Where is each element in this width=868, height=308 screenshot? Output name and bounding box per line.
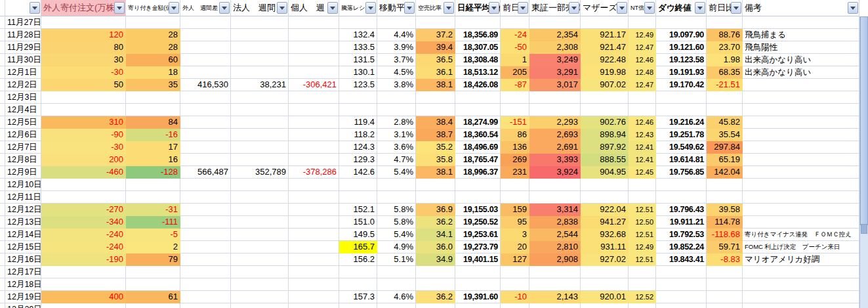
cell-notes[interactable] (743, 154, 859, 166)
cell-dow_close[interactable]: 19.123.58 (656, 54, 707, 66)
cell-nikkei[interactable] (455, 266, 501, 278)
column-header-advance_decline_ratio[interactable]: 騰落レシオ (339, 0, 377, 16)
cell-foreign_order[interactable]: -190 (41, 253, 126, 266)
cell-nikkei[interactable]: 19,253.61 (455, 229, 501, 241)
cell-nt_ratio[interactable]: 12.45 (629, 166, 656, 179)
cell-opening_amount[interactable] (126, 91, 180, 104)
cell-advance_decline_ratio[interactable]: 152.1 (339, 204, 377, 216)
column-header-nikkei_change[interactable]: 前日比 (501, 0, 529, 16)
cell-dow_close[interactable] (656, 291, 707, 303)
cell-nikkei_change[interactable]: 3 (501, 229, 529, 241)
cell-corporate_weekly[interactable] (231, 16, 289, 29)
cell-notes[interactable] (743, 166, 859, 179)
cell-corporate_weekly[interactable] (231, 253, 289, 266)
cell-rowhead[interactable] (0, 129, 5, 141)
cell-opening_amount[interactable] (126, 278, 180, 291)
cell-foreign_weekly[interactable] (180, 291, 231, 303)
cell-rowhead[interactable] (0, 66, 5, 79)
cell-short_ratio[interactable]: 38.7 (416, 129, 455, 141)
cell-advance_decline_ratio[interactable] (339, 91, 377, 104)
cell-foreign_weekly[interactable] (180, 253, 231, 266)
cell-nikkei_change[interactable]: 95 (501, 216, 529, 229)
cell-foreign_order[interactable]: -460 (41, 166, 126, 179)
cell-dow_close[interactable]: 19.614.81 (656, 154, 707, 166)
filter-dropdown-button[interactable] (731, 2, 741, 14)
cell-tse1_volume[interactable] (529, 91, 581, 104)
cell-date[interactable]: 12月15日 (5, 241, 41, 253)
cell-dow_change[interactable]: 68.35 (707, 66, 743, 79)
cell-dow_change[interactable]: 23.70 (707, 41, 743, 54)
cell-dow_close[interactable] (656, 191, 707, 204)
cell-advance_decline_ratio[interactable]: 123.5 (339, 79, 377, 91)
cell-dow_change[interactable] (707, 104, 743, 116)
cell-notes[interactable]: 出来高かなり高い (743, 54, 859, 66)
column-header-tse1_volume[interactable]: 東証一部売買 (529, 0, 581, 16)
cell-nikkei_change[interactable] (501, 266, 529, 278)
cell-notes[interactable] (743, 191, 859, 204)
column-header-rowhead[interactable] (0, 0, 5, 16)
filter-dropdown-button[interactable] (695, 2, 705, 14)
cell-short_ratio[interactable] (416, 16, 455, 29)
cell-tse1_volume[interactable]: 3,017 (529, 79, 581, 91)
cell-moving_average[interactable] (377, 303, 416, 308)
cell-foreign_weekly[interactable] (180, 179, 231, 191)
cell-nikkei[interactable]: 19,391.60 (455, 291, 501, 303)
cell-tse1_volume[interactable]: 3,249 (529, 54, 581, 66)
cell-tse1_volume[interactable]: 2,354 (529, 29, 581, 41)
cell-date[interactable]: 11月30日 (5, 54, 41, 66)
scrollbar-thumb[interactable] (860, 16, 868, 225)
cell-opening_amount[interactable]: 16 (126, 154, 180, 166)
cell-notes[interactable] (743, 79, 859, 91)
cell-short_ratio[interactable] (416, 303, 455, 308)
cell-individual_weekly[interactable] (289, 154, 339, 166)
cell-foreign_order[interactable]: -270 (41, 204, 126, 216)
cell-nikkei[interactable]: 19,273.79 (455, 241, 501, 253)
cell-tse1_volume[interactable] (529, 104, 581, 116)
cell-advance_decline_ratio[interactable]: 119.4 (339, 116, 377, 129)
cell-tse1_volume[interactable]: 2,810 (529, 241, 581, 253)
cell-moving_average[interactable]: 3.6% (377, 141, 416, 154)
cell-opening_amount[interactable]: 84 (126, 116, 180, 129)
cell-mothers[interactable]: 941.27 (581, 216, 629, 229)
cell-tse1_volume[interactable] (529, 16, 581, 29)
cell-moving_average[interactable] (377, 91, 416, 104)
cell-advance_decline_ratio[interactable] (339, 16, 377, 29)
filter-dropdown-button[interactable] (114, 2, 125, 14)
cell-short_ratio[interactable] (416, 266, 455, 278)
cell-nikkei_change[interactable]: -151 (501, 116, 529, 129)
cell-tse1_volume[interactable]: 2,838 (529, 216, 581, 229)
cell-notes[interactable] (743, 104, 859, 116)
cell-individual_weekly[interactable] (289, 66, 339, 79)
cell-mothers[interactable]: 920.01 (581, 291, 629, 303)
cell-opening_amount[interactable]: -111 (126, 216, 180, 229)
cell-foreign_weekly[interactable] (180, 229, 231, 241)
cell-nikkei[interactable] (455, 179, 501, 191)
cell-short_ratio[interactable]: 38.1 (416, 79, 455, 91)
cell-nikkei[interactable] (455, 191, 501, 204)
cell-opening_amount[interactable]: -16 (126, 129, 180, 141)
cell-individual_weekly[interactable] (289, 141, 339, 154)
cell-date[interactable]: 12月18日 (5, 278, 41, 291)
cell-notes[interactable] (743, 303, 859, 308)
cell-mothers[interactable]: 907.02 (581, 79, 629, 91)
cell-mothers[interactable] (581, 91, 629, 104)
cell-foreign_weekly[interactable] (180, 266, 231, 278)
cell-opening_amount[interactable] (126, 303, 180, 308)
cell-date[interactable]: 12月9日 (5, 166, 41, 179)
filter-dropdown-button[interactable] (277, 2, 287, 14)
column-header-nikkei[interactable]: 日経平均株価 (455, 0, 501, 16)
cell-moving_average[interactable]: 5.4% (377, 229, 416, 241)
cell-dow_change[interactable] (707, 291, 743, 303)
cell-advance_decline_ratio[interactable]: 132.4 (339, 29, 377, 41)
cell-foreign_order[interactable]: 310 (41, 116, 126, 129)
cell-notes[interactable] (743, 278, 859, 291)
cell-rowhead[interactable] (0, 278, 5, 291)
cell-individual_weekly[interactable] (289, 204, 339, 216)
cell-foreign_weekly[interactable] (180, 54, 231, 66)
cell-nikkei_change[interactable] (501, 104, 529, 116)
cell-individual_weekly[interactable] (289, 253, 339, 266)
cell-nt_ratio[interactable] (629, 104, 656, 116)
column-header-foreign_order[interactable]: 外人寄付注文(万株) (41, 0, 126, 16)
cell-rowhead[interactable] (0, 29, 5, 41)
cell-corporate_weekly[interactable] (231, 104, 289, 116)
